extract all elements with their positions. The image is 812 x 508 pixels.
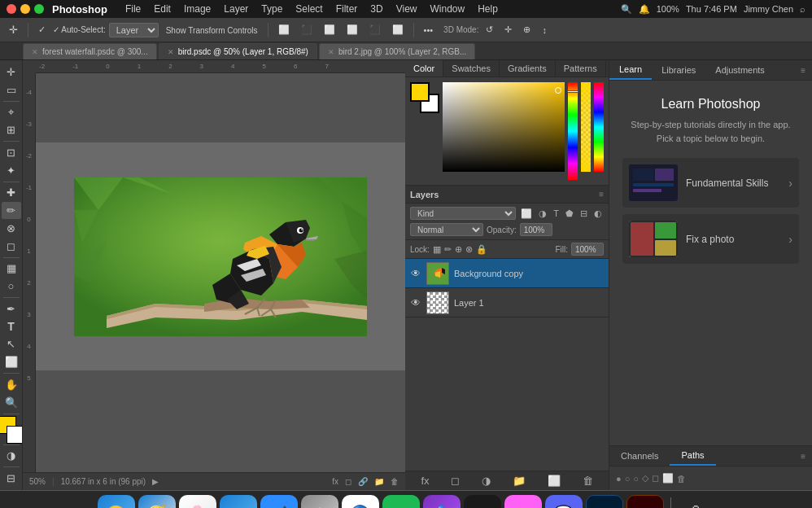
tool-marquee[interactable]: ▭ xyxy=(2,81,21,99)
move-tool-btn[interactable]: ✛ xyxy=(5,22,22,37)
background-color[interactable] xyxy=(7,426,24,444)
layer-item[interactable]: 👁 Layer 1 xyxy=(405,288,609,318)
tool-clone[interactable]: ⊗ xyxy=(2,220,21,237)
new-layer-btn[interactable]: ⬜ xyxy=(548,475,561,487)
link-icon[interactable]: 🔗 xyxy=(358,477,368,486)
close-button[interactable] xyxy=(7,4,16,14)
filter-adjust-btn[interactable]: ◑ xyxy=(537,208,548,219)
paths-btn1[interactable]: ● xyxy=(616,473,622,484)
dock-finder[interactable]: 😊 xyxy=(98,495,135,509)
tool-path-select[interactable]: ↖ xyxy=(2,335,21,353)
tool-eraser[interactable]: ◻ xyxy=(2,238,21,255)
menu-layer[interactable]: Layer xyxy=(217,2,255,16)
menu-view[interactable]: View xyxy=(390,2,424,16)
dock-adobexd[interactable]: Xd xyxy=(504,495,542,509)
dock-illustrator[interactable]: Ai xyxy=(626,495,664,509)
menu-type[interactable]: Type xyxy=(255,2,289,16)
mask-icon[interactable]: ◻ xyxy=(345,477,351,486)
delete-layer-icon[interactable]: 🗑 xyxy=(391,477,399,486)
dock-zoom[interactable]: 📹 xyxy=(260,495,298,509)
close-icon[interactable]: ✕ xyxy=(328,48,334,56)
search-menu-icon[interactable]: ⌕ xyxy=(800,4,805,14)
filter-pixel-btn[interactable]: ⬜ xyxy=(519,208,534,219)
tool-shape[interactable]: ⬜ xyxy=(2,353,21,370)
learn-card-fundamental[interactable]: Fundamental Skills › xyxy=(622,158,799,208)
minimize-button[interactable] xyxy=(20,4,30,14)
tab-swatches[interactable]: Swatches xyxy=(443,60,500,77)
dock-safari[interactable]: 🧭 xyxy=(138,495,176,509)
lock-artboard-btn[interactable]: ⊗ xyxy=(465,244,473,255)
align-middle-btn[interactable]: ⬛ xyxy=(365,23,385,37)
tab-patterns[interactable]: Patterns xyxy=(556,60,606,77)
tab-gradients[interactable]: Gradients xyxy=(500,60,556,77)
tool-zoom[interactable]: 🔍 xyxy=(2,394,21,411)
delete-layer-btn[interactable]: 🗑 xyxy=(583,475,593,487)
layer-visibility-toggle[interactable]: 👁 xyxy=(410,297,421,309)
menu-file[interactable]: File xyxy=(119,2,147,16)
menu-3d[interactable]: 3D xyxy=(364,2,389,16)
tool-dodge[interactable]: ○ xyxy=(2,278,21,295)
dock-sysprefs[interactable]: ⚙ xyxy=(301,495,338,509)
paths-btn6[interactable]: ⬜ xyxy=(662,473,674,484)
fg-color-swatch[interactable] xyxy=(410,82,430,102)
tool-move[interactable]: ✛ xyxy=(2,64,21,81)
paths-btn4[interactable]: ◇ xyxy=(642,473,648,484)
add-mask-btn[interactable]: ◻ xyxy=(451,475,460,487)
color-gradient-picker[interactable] xyxy=(443,82,565,172)
canvas-scroll-area[interactable] xyxy=(36,73,405,472)
align-right-btn[interactable]: ⬜ xyxy=(320,23,339,37)
tab-bird[interactable]: ✕ bird.psdc @ 50% (Layer 1, RGB/8#) xyxy=(159,43,317,59)
lock-image-btn[interactable]: ✏ xyxy=(444,244,452,255)
align-bottom-btn[interactable]: ⬜ xyxy=(388,23,408,37)
add-fx-btn[interactable]: fx xyxy=(421,475,429,487)
tool-screen-mode[interactable]: ⊟ xyxy=(2,470,21,487)
tab-learn[interactable]: Learn xyxy=(609,60,652,80)
close-icon[interactable]: ✕ xyxy=(168,48,174,56)
tool-heal[interactable]: ✚ xyxy=(2,184,21,201)
hue-slider[interactable] xyxy=(568,82,578,180)
menu-help[interactable]: Help xyxy=(471,2,504,16)
search-icon[interactable]: 🔍 xyxy=(621,4,632,15)
tab-forest[interactable]: ✕ forest waterfall.psdc @ 300... xyxy=(23,43,157,59)
lock-all-btn[interactable]: 🔒 xyxy=(476,244,487,255)
filter-shape-btn[interactable]: ⬟ xyxy=(564,208,575,219)
new-group-btn[interactable]: 📁 xyxy=(513,475,526,487)
collapse-learn-panel-btn[interactable]: ≡ xyxy=(794,62,812,79)
add-adjustment-btn[interactable]: ◑ xyxy=(482,475,491,487)
tab-libraries[interactable]: Libraries xyxy=(652,61,705,79)
align-top-btn[interactable]: ⬜ xyxy=(343,23,362,37)
maximize-button[interactable] xyxy=(34,4,44,14)
opacity-input[interactable]: 100% xyxy=(520,223,552,236)
menu-filter[interactable]: Filter xyxy=(330,2,365,16)
tab-color[interactable]: Color xyxy=(405,60,443,77)
arrow-icon[interactable]: ▶ xyxy=(152,477,159,486)
tool-crop[interactable]: ⊡ xyxy=(2,144,21,161)
paths-btn7[interactable]: 🗑 xyxy=(677,473,686,484)
menu-image[interactable]: Image xyxy=(177,2,217,16)
tool-hand[interactable]: ✋ xyxy=(2,376,21,393)
tab-adjustments[interactable]: Adjustments xyxy=(705,61,775,79)
tool-text[interactable]: T xyxy=(2,318,21,335)
filter-smart-btn[interactable]: ⊟ xyxy=(578,208,589,219)
collapse-layers-btn[interactable]: ≡ xyxy=(599,190,604,199)
tool-gradient[interactable]: ▦ xyxy=(2,260,21,277)
auto-select-checkbox[interactable]: ✓ xyxy=(34,23,50,37)
3d-pan-btn[interactable]: ✛ xyxy=(500,23,516,37)
layer-visibility-toggle[interactable]: 👁 xyxy=(410,268,421,279)
dock-appstore[interactable]: A xyxy=(220,495,257,509)
layers-blend-mode-dropdown[interactable]: Normal Multiply Screen xyxy=(410,223,483,236)
paths-btn2[interactable]: ○ xyxy=(625,473,631,484)
filter-type-btn[interactable]: T xyxy=(552,208,561,218)
folder-icon[interactable]: 📁 xyxy=(374,477,384,486)
dock-chrome[interactable]: 🔵 xyxy=(342,495,379,509)
fill-input[interactable]: 100% xyxy=(571,243,604,256)
lock-transparent-btn[interactable]: ▦ xyxy=(433,244,441,255)
dock-photoshop[interactable]: Ps xyxy=(586,495,623,509)
menu-window[interactable]: Window xyxy=(424,2,472,16)
tool-quickmask[interactable]: ◑ xyxy=(2,447,21,464)
tool-brush[interactable]: ✏ xyxy=(2,202,21,219)
zoom-level[interactable]: 50% xyxy=(29,477,46,486)
align-center-btn[interactable]: ⬛ xyxy=(297,23,317,37)
show-transform-btn[interactable]: Show Transform Controls xyxy=(162,24,262,37)
tool-lasso[interactable]: ⌖ xyxy=(2,103,21,120)
